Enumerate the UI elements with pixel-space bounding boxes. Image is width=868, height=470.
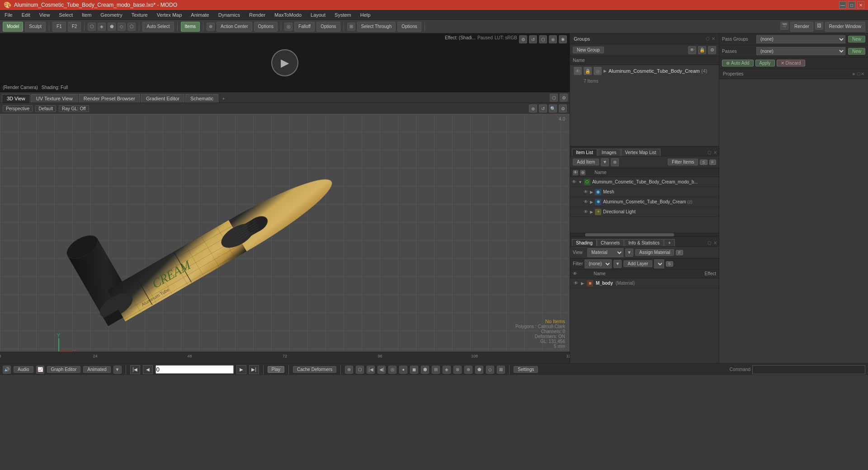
shading-row-m-body[interactable]: 👁 ▶ ◼ M_body (Material): [570, 278, 719, 288]
preview-icon-2[interactable]: ↺: [529, 35, 537, 43]
groups-icon-1[interactable]: 👁: [688, 46, 696, 54]
menu-dynamics[interactable]: Dynamics: [217, 11, 242, 19]
passes-select[interactable]: (none): [756, 47, 845, 55]
transport-last-btn[interactable]: ▶|: [249, 365, 259, 374]
menu-file[interactable]: File: [3, 11, 14, 19]
tab-channels[interactable]: Channels: [597, 239, 624, 246]
default-btn[interactable]: Default: [35, 105, 56, 112]
view-select[interactable]: Material: [587, 248, 623, 257]
item-row-light[interactable]: 👁 ▶ ☀ Directional Light: [570, 207, 719, 217]
audio-btn[interactable]: Audio: [14, 366, 33, 373]
status-icon-14[interactable]: ◇: [486, 366, 494, 374]
discard-btn[interactable]: ✕ Discard: [777, 60, 805, 66]
toolbar-icon-1[interactable]: ⬡: [88, 23, 96, 31]
vp-icon-4[interactable]: ⚙: [559, 104, 567, 113]
f1-btn[interactable]: F1: [52, 22, 66, 32]
minimize-btn[interactable]: —: [839, 1, 846, 9]
status-icon-9[interactable]: ⊞: [432, 366, 440, 374]
render-window-btn[interactable]: Render Window: [825, 22, 865, 32]
animated-btn[interactable]: Animated: [83, 366, 110, 373]
new-group-btn[interactable]: New Group: [573, 47, 604, 53]
menu-view[interactable]: View: [38, 11, 52, 19]
groups-close-icon[interactable]: ✕: [712, 36, 715, 41]
f2-btn[interactable]: F2: [68, 22, 81, 32]
status-icon-1[interactable]: ⊕: [345, 366, 353, 374]
menu-render[interactable]: Render: [247, 11, 267, 19]
preview-icon-4[interactable]: ⊕: [549, 35, 557, 43]
shading-expand-arrow[interactable]: ▶: [581, 281, 584, 286]
item-expand-2[interactable]: ▶: [590, 190, 593, 194]
groups-icon-3[interactable]: ⚙: [708, 46, 716, 54]
filter-select-dropdown[interactable]: ▼: [613, 260, 622, 268]
model-btn[interactable]: Model: [3, 22, 23, 32]
perspective-btn[interactable]: Perspective: [3, 105, 33, 112]
cache-deformers-btn[interactable]: Cache Deformers: [293, 366, 336, 373]
settings-btn[interactable]: Settings: [514, 366, 538, 373]
menu-help[interactable]: Help: [359, 11, 373, 19]
item-vis-4[interactable]: 👁: [584, 209, 588, 214]
close-btn[interactable]: ✕: [857, 1, 864, 9]
item-vis-2[interactable]: 👁: [584, 189, 588, 194]
item-vis-3[interactable]: 👁: [584, 199, 588, 204]
item-list-expand-icon[interactable]: ⬡: [708, 150, 712, 155]
menu-layout[interactable]: Layout: [309, 11, 327, 19]
options-btn-2[interactable]: Options: [316, 22, 340, 32]
vp-icon-1[interactable]: ⊕: [529, 104, 537, 113]
add-viewport-tab-btn[interactable]: +: [219, 94, 227, 103]
render-eye-icon[interactable]: ◎: [594, 67, 602, 75]
menu-geometry[interactable]: Geometry: [99, 11, 124, 19]
auto-add-btn[interactable]: ⊕ Auto Add: [722, 60, 754, 66]
group-item[interactable]: 👁 🔒 ◎ ▶ Aluminum_Cosmetic_Tube_Body_Crea…: [570, 65, 719, 77]
options-btn-1[interactable]: Options: [254, 22, 278, 32]
status-icon-5[interactable]: ◎: [388, 366, 396, 374]
menu-maxtomodo[interactable]: MaxToModo: [273, 11, 303, 19]
vp-icon-2[interactable]: ↺: [539, 104, 547, 113]
status-icon-13[interactable]: ⬟: [475, 366, 483, 374]
status-icon-11[interactable]: ⊗: [453, 366, 462, 374]
transport-prev-btn[interactable]: ◀: [143, 365, 153, 374]
tab-info-stats[interactable]: Info & Statistics: [624, 239, 664, 246]
vp-tab-expand-icon[interactable]: ⬡: [550, 94, 558, 102]
items-btn[interactable]: Items: [181, 22, 200, 32]
preview-icon-1[interactable]: ⚙: [519, 35, 527, 43]
toolbar-icon-5[interactable]: ⬠: [127, 23, 136, 31]
item-vis-1[interactable]: 👁: [572, 179, 576, 184]
transport-first-btn[interactable]: |◀: [130, 365, 140, 374]
tab-shading[interactable]: Shading: [572, 239, 597, 246]
frame-input[interactable]: [156, 365, 234, 374]
prop-expand-btn[interactable]: ⬡: [857, 71, 861, 76]
graph-editor-btn[interactable]: Graph Editor: [47, 366, 81, 373]
tab-vertex-map[interactable]: Vertex Map List: [621, 149, 660, 156]
tab-add-shading[interactable]: +: [664, 239, 675, 246]
prop-close-btn[interactable]: ✕: [861, 71, 864, 76]
sculpt-btn[interactable]: Sculpt: [25, 22, 46, 32]
title-bar-controls[interactable]: — □ ✕: [839, 1, 864, 9]
tab-item-list[interactable]: Item List: [572, 149, 597, 156]
vp-icon-3[interactable]: 🔍: [549, 104, 557, 113]
preview-play-button[interactable]: ▶: [271, 49, 298, 76]
tab-uv-texture[interactable]: UV Texture View: [31, 94, 78, 103]
auto-select-btn[interactable]: Auto Select: [142, 22, 174, 32]
item-row-mesh[interactable]: 👁 ▶ ⬢ Mesh: [570, 187, 719, 197]
toolbar-icon-2[interactable]: ◈: [98, 23, 106, 31]
status-icon-4[interactable]: ◀|: [377, 366, 386, 374]
item-list-close-icon[interactable]: ✕: [713, 150, 717, 155]
select-through-btn[interactable]: Select Through: [357, 22, 396, 32]
animated-dropdown-icon[interactable]: ▼: [113, 366, 122, 374]
add-layer-select[interactable]: ▼: [654, 259, 664, 268]
groups-expand-icon[interactable]: ⬡: [706, 36, 710, 41]
shading-expand-icon[interactable]: ⬡: [708, 240, 712, 245]
item-list-icon-1[interactable]: ⊕: [611, 158, 619, 166]
falloff-btn[interactable]: Falloff: [294, 22, 315, 32]
tab-render-preset[interactable]: Render Preset Browser: [79, 94, 140, 103]
filter-select[interactable]: (none): [585, 259, 612, 268]
visibility-eye-icon[interactable]: 👁: [574, 67, 582, 75]
filter-items-btn[interactable]: Filter Items: [668, 159, 698, 165]
add-item-btn[interactable]: Add Item: [573, 159, 599, 165]
timeline-scale[interactable]: 0 24 48 72 96 108 120: [0, 352, 570, 363]
status-icon-15[interactable]: ⊠: [497, 366, 505, 374]
maximize-btn[interactable]: □: [848, 1, 855, 9]
vp-tab-settings-icon[interactable]: ⚙: [560, 94, 568, 102]
shading-vis-icon[interactable]: 👁: [574, 281, 578, 286]
viewport-3d[interactable]: Perspective Default Ray GL: Off ⊕ ↺ 🔍 ⚙: [0, 103, 570, 352]
